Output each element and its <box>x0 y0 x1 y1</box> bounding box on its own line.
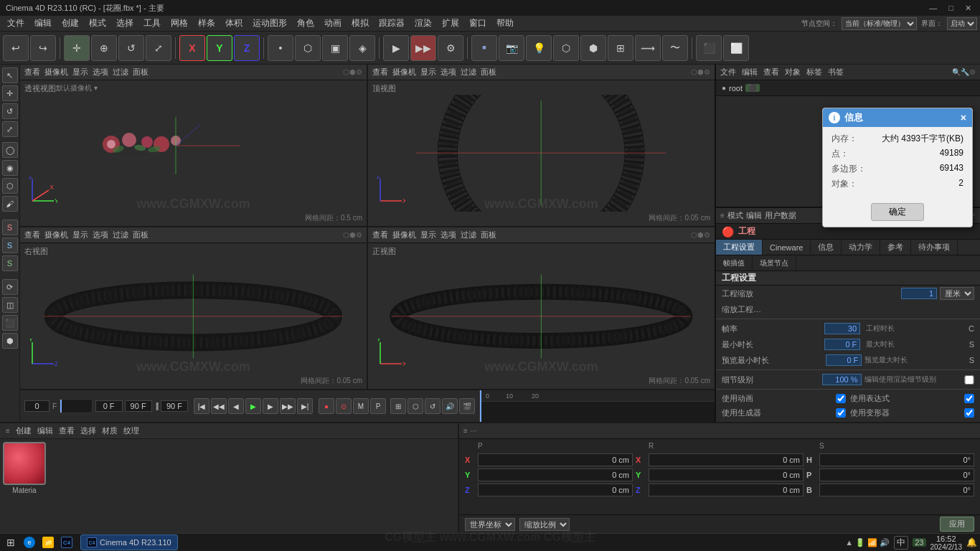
left-tool-6[interactable]: ◉ <box>2 160 18 176</box>
obj-root-tag[interactable]: ⬛ <box>745 84 760 92</box>
vp-br-filter[interactable]: 过滤 <box>461 230 476 240</box>
left-tool-2[interactable]: ✛ <box>2 85 18 101</box>
prop-lod-render-check[interactable] <box>964 375 974 385</box>
prop-project-scale-unit[interactable]: 厘米 <box>940 287 974 300</box>
vp-tl-panel[interactable]: 面板 <box>133 67 149 77</box>
anim-btn-3[interactable]: ↺ <box>425 398 440 414</box>
tray-lang[interactable]: 中 <box>894 536 908 550</box>
go-end-btn[interactable]: ▶| <box>297 398 313 414</box>
cube-btn[interactable]: ▪ <box>471 35 497 61</box>
timeline-track-area[interactable]: 0 10 20 <box>479 390 715 422</box>
prop-lod-input[interactable] <box>822 374 862 385</box>
viewport-top[interactable]: 查看 摄像机 显示 选项 过滤 面板 ⬡⬢⚙ 顶视图 <box>368 65 715 226</box>
props-mode-menu[interactable]: 模式 <box>727 210 743 221</box>
left-tool-5[interactable]: ◯ <box>2 142 18 158</box>
pos-key-btn[interactable]: P <box>370 398 386 414</box>
mat-create-menu[interactable]: 创建 <box>16 425 32 436</box>
menu-mesh[interactable]: 网格 <box>166 16 192 31</box>
vp-tr-opt[interactable]: 选项 <box>440 67 456 77</box>
left-tool-8[interactable]: S <box>2 220 18 235</box>
axis-y-btn[interactable]: Y <box>207 35 232 61</box>
taskbar-app-browser[interactable]: e <box>22 534 37 550</box>
frame-start-input[interactable] <box>95 400 123 412</box>
left-tool-4[interactable]: ⤢ <box>2 121 18 137</box>
left-tool-14[interactable]: ⬢ <box>2 333 18 349</box>
frame-input-current[interactable] <box>24 400 50 412</box>
coords-pos-x-input[interactable] <box>478 453 633 466</box>
start-btn[interactable]: ⊞ <box>3 534 19 550</box>
menu-anim[interactable]: 动画 <box>320 16 346 31</box>
point-mode-btn[interactable]: • <box>268 35 293 61</box>
menu-mograph[interactable]: 运动图形 <box>248 16 291 31</box>
maximize-btn[interactable]: □ <box>946 4 956 13</box>
tray-notification[interactable]: 🔔 <box>966 537 977 547</box>
obj-object-menu[interactable]: 对象 <box>785 67 801 77</box>
window-controls[interactable]: — □ ✕ <box>926 4 974 13</box>
deformer-btn[interactable]: ⬡ <box>553 35 579 61</box>
redo-btn[interactable]: ↪ <box>30 35 56 61</box>
coords-scale-h-input[interactable] <box>819 453 974 466</box>
menu-file[interactable]: 文件 <box>3 16 29 31</box>
record-btn[interactable]: ● <box>319 398 334 414</box>
prop-min-dur-input[interactable] <box>824 339 860 350</box>
menu-mode[interactable]: 模式 <box>85 16 110 31</box>
coords-scale-b-input[interactable] <box>819 484 974 496</box>
menu-create[interactable]: 创建 <box>57 16 83 31</box>
viewport-right[interactable]: 查看 摄像机 显示 选项 过滤 面板 ⬡⬢⚙ 右视图 <box>20 227 367 389</box>
left-tool-12[interactable]: ◫ <box>2 297 18 313</box>
vp-bl-disp[interactable]: 显示 <box>72 230 88 240</box>
anim-btn-2[interactable]: ⬡ <box>407 398 423 414</box>
model-mode-btn[interactable]: ◈ <box>349 35 375 61</box>
minimize-btn[interactable]: — <box>926 4 940 13</box>
obj-edit-menu[interactable]: 编辑 <box>742 67 758 77</box>
vp-tl-opt[interactable]: 选项 <box>93 67 108 77</box>
tab-dynamics[interactable]: 动力学 <box>842 240 880 255</box>
vp-tl-view[interactable]: 查看 <box>24 67 40 77</box>
anim-btn-5[interactable]: 🎬 <box>459 398 475 414</box>
props-edit-menu[interactable]: 编辑 <box>746 210 762 221</box>
obj-view-menu[interactable]: 查看 <box>763 67 779 77</box>
taskbar-cinema4d-active[interactable]: C4 Cinema 4D R23.110 <box>80 534 178 550</box>
render-btn[interactable]: ▶▶ <box>410 35 436 61</box>
vp-br-view[interactable]: 查看 <box>372 230 388 240</box>
coords-rot-x-input[interactable] <box>649 453 804 466</box>
render-view-btn[interactable]: ▶ <box>383 35 409 61</box>
scale-btn[interactable]: ⤢ <box>146 35 171 61</box>
frame-end-input[interactable] <box>125 400 152 412</box>
axis-x-btn[interactable]: X <box>179 35 205 61</box>
menu-render[interactable]: 渲染 <box>410 16 436 31</box>
anim-btn-1[interactable]: ⊞ <box>390 398 406 414</box>
vp-bl-panel[interactable]: 面板 <box>133 230 149 240</box>
material-content[interactable]: Materia <box>0 439 458 533</box>
play-btn[interactable]: ▶ <box>245 398 261 414</box>
left-tool-11[interactable]: ⟳ <box>2 279 18 295</box>
coords-apply-btn[interactable]: 应用 <box>940 517 974 532</box>
prop-project-scale-input[interactable] <box>901 288 937 299</box>
go-start-btn[interactable]: |◀ <box>194 398 209 414</box>
menu-volume[interactable]: 体积 <box>221 16 247 31</box>
motion-btn[interactable]: M <box>353 398 369 414</box>
viewport-front[interactable]: 查看 摄像机 显示 选项 过滤 面板 ⬡⬢⚙ 正视图 <box>368 227 715 389</box>
mat-edit-menu[interactable]: 编辑 <box>37 425 53 436</box>
prop-use-expr-check[interactable] <box>964 394 974 403</box>
taskbar-app-cinema4d[interactable]: C4 <box>59 534 75 550</box>
left-tool-9[interactable]: S <box>2 237 18 253</box>
coords-pos-y-input[interactable] <box>478 468 633 481</box>
coords-scale-p-input[interactable] <box>819 468 974 481</box>
vp-bl-cam[interactable]: 摄像机 <box>44 230 68 240</box>
vp-tr-view[interactable]: 查看 <box>372 67 388 77</box>
texture-btn[interactable]: ⬜ <box>723 35 749 61</box>
left-tool-3[interactable]: ↺ <box>2 103 18 119</box>
tab-cineware[interactable]: Cineware <box>763 241 811 254</box>
axis-z-btn[interactable]: Z <box>234 35 260 61</box>
camera-btn[interactable]: 📷 <box>499 35 524 61</box>
material-menu-icon[interactable]: ≡ <box>6 427 10 435</box>
vp-bl-opt[interactable]: 选项 <box>93 230 108 240</box>
prop-preview-min-input[interactable] <box>826 354 862 366</box>
left-tool-1[interactable]: ↖ <box>2 67 18 83</box>
tab-todo[interactable]: 待办事项 <box>911 240 958 255</box>
polygon-mode-btn[interactable]: ▣ <box>322 35 348 61</box>
array-btn[interactable]: ⊞ <box>608 35 633 61</box>
move-btn[interactable]: ⊕ <box>91 35 117 61</box>
mat-select-menu[interactable]: 选择 <box>80 425 96 436</box>
